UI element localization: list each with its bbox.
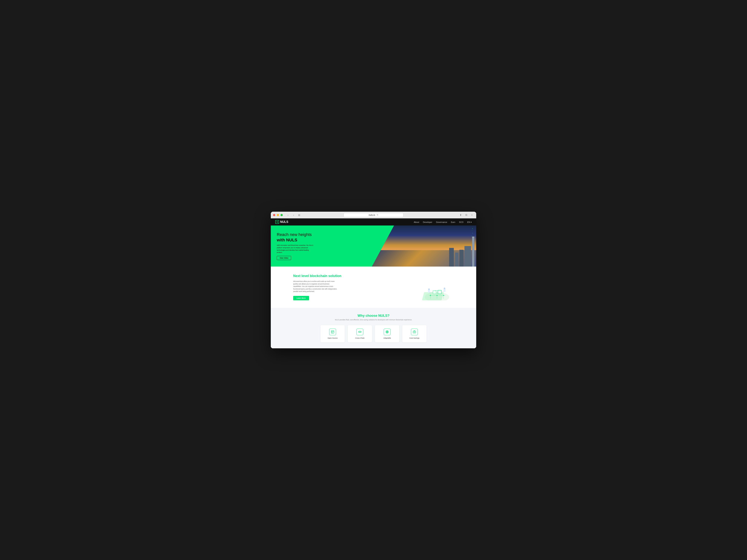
svg-point-10 (428, 288, 430, 290)
why-subtitle: NULS provides fluid, cost-effective, tim… (282, 319, 465, 321)
feature-cross-chain: Cross-Chain (348, 325, 372, 342)
reload-icon[interactable]: ↻ (377, 214, 378, 216)
nav-item-lang[interactable]: EN ▾ (467, 220, 472, 223)
browser-actions: ⬆ ⧉ ＋ (459, 213, 474, 217)
back-button[interactable]: ‹ (286, 213, 290, 217)
bookmark-button[interactable]: ⧉ (464, 213, 468, 217)
svg-point-6 (430, 295, 431, 296)
hero-description: With innovation and blockchain expertise… (277, 244, 314, 254)
cost-savings-icon (411, 328, 418, 335)
website-content: N NULS About Developer Governance Earn S… (271, 218, 476, 348)
navbar: N NULS About Developer Governance Earn S… (271, 218, 476, 225)
learn-more-button[interactable]: Learn More (293, 296, 309, 300)
forward-button[interactable]: › (291, 213, 296, 217)
share-button[interactable]: ⬆ (459, 213, 463, 217)
blockchain-illustration (420, 274, 454, 300)
nav-menu: About Developer Governance Earn SCO EN ▾ (414, 220, 472, 223)
nav-item-about[interactable]: About (414, 220, 419, 223)
svg-rect-11 (443, 289, 445, 292)
minimize-button[interactable] (277, 214, 279, 216)
logo-icon: N (275, 220, 279, 224)
svg-point-12 (444, 288, 445, 289)
features-grid: Open-Source Cross-Chain (282, 325, 465, 342)
svg-rect-14 (438, 290, 441, 294)
nav-item-governance[interactable]: Governance (436, 220, 447, 223)
why-section: Why choose NULS? NULS provides fluid, co… (271, 308, 476, 348)
svg-rect-13 (433, 290, 436, 294)
blockchain-text: Next level blockchain solution Microserv… (293, 274, 413, 300)
hero-title: Reach new heights with NULS (277, 232, 378, 243)
view-video-button[interactable]: View Video (277, 256, 291, 260)
hero-content: Reach new heights with NULS With innovat… (271, 225, 384, 267)
browser-titlebar: ‹ › ⊞ nuls.io ↻ ⬆ ⧉ ＋ (271, 212, 476, 218)
nav-item-sco[interactable]: SCO (459, 220, 464, 223)
svg-rect-9 (428, 290, 430, 293)
cross-chain-icon (357, 328, 363, 335)
open-source-label: Open-Source (328, 337, 338, 339)
adaptable-icon (384, 328, 390, 335)
cost-savings-label: Cost-Savings (409, 337, 419, 339)
blockchain-description: Microservices allow you to evolve and sc… (293, 280, 338, 293)
blockchain-title: Next level blockchain solution (293, 274, 413, 278)
close-button[interactable] (273, 214, 275, 216)
site-logo[interactable]: N NULS (275, 220, 288, 224)
svg-rect-18 (331, 330, 334, 333)
why-title: Why choose NULS? (282, 314, 465, 318)
svg-line-17 (441, 291, 443, 292)
adaptable-label: Adaptable (383, 337, 391, 339)
feature-cost-savings: Cost-Savings (402, 325, 427, 342)
open-source-icon (329, 328, 336, 335)
nav-item-earn[interactable]: Earn (451, 220, 455, 223)
url-text: nuls.io (369, 214, 375, 216)
address-bar[interactable]: nuls.io ↻ (344, 213, 403, 217)
hero-section: Reach new heights with NULS With innovat… (271, 225, 476, 267)
feature-open-source: Open-Source (320, 325, 345, 342)
svg-point-8 (443, 295, 444, 296)
browser-nav: ‹ › ⊞ (286, 213, 302, 217)
blockchain-section: Next level blockchain solution Microserv… (271, 267, 476, 308)
feature-adaptable: Adaptable (375, 325, 399, 342)
browser-window: ‹ › ⊞ nuls.io ↻ ⬆ ⧉ ＋ N NULS About Devel… (271, 212, 476, 348)
grid-button[interactable]: ⊞ (297, 213, 302, 217)
brand-name: NULS (280, 220, 288, 223)
cross-chain-label: Cross-Chain (355, 337, 364, 339)
nav-item-developer[interactable]: Developer (423, 220, 432, 223)
svg-point-7 (436, 295, 437, 296)
new-tab-button[interactable]: ＋ (470, 213, 474, 217)
maximize-button[interactable] (281, 214, 283, 216)
